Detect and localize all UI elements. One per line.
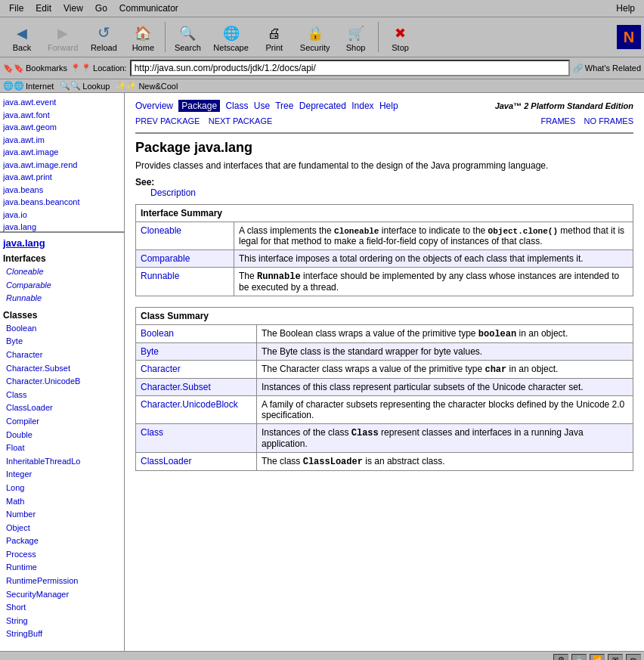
- sidebar-item-classloader[interactable]: ClassLoader: [3, 401, 121, 415]
- sidebar-item-compiler[interactable]: Compiler: [3, 415, 121, 429]
- search-icon: [177, 22, 198, 43]
- status-indicator-4: ✉: [608, 654, 623, 661]
- bookmarks-label[interactable]: 🔖 Bookmarks: [3, 64, 67, 73]
- class-character-link[interactable]: Character: [141, 364, 181, 374]
- sidebar-link-awt-image[interactable]: java.awt.image: [3, 146, 121, 159]
- netscape-button[interactable]: Netscape: [208, 20, 253, 54]
- nav-index[interactable]: Index: [351, 101, 373, 111]
- back-button[interactable]: Back: [3, 20, 41, 54]
- sidebar-item-class[interactable]: Class: [3, 389, 121, 402]
- sidebar-item-runtime[interactable]: Runtime: [3, 561, 121, 575]
- shop-button[interactable]: Shop: [337, 20, 375, 54]
- security-button[interactable]: Security: [295, 20, 336, 54]
- toolbar-separator-2: [378, 22, 379, 52]
- whats-related-button[interactable]: 🔗 What's Related: [573, 64, 641, 73]
- menu-go[interactable]: Go: [89, 2, 113, 15]
- class-classloader-link[interactable]: ClassLoader: [141, 456, 191, 466]
- sidebar-item-byte[interactable]: Byte: [3, 335, 121, 349]
- sidebar-item-securitymanager[interactable]: SecurityManager: [3, 588, 121, 602]
- sidebar-link-lang[interactable]: java.lang: [3, 221, 121, 233]
- sidebar: java.awt.event java.awt.font java.awt.ge…: [0, 93, 125, 651]
- nav-overview[interactable]: Overview: [135, 101, 173, 111]
- content-brand: Java™ 2 Platform Standard Edition: [495, 101, 633, 110]
- netscape-icon: [221, 22, 242, 43]
- description-link[interactable]: Description: [150, 187, 633, 198]
- sidebar-item-float[interactable]: Float: [3, 442, 121, 455]
- sidebar-item-inheritablethreadlo[interactable]: InheritableThreadLo: [3, 455, 121, 469]
- sidebar-item-character-unicodeb[interactable]: Character.UnicodeB: [3, 375, 121, 389]
- nav-prev-package[interactable]: PREV PACKAGE: [135, 116, 200, 125]
- status-indicator-2: 🔒: [571, 654, 587, 661]
- sidebar-item-boolean[interactable]: Boolean: [3, 322, 121, 336]
- sidebar-item-integer[interactable]: Integer: [3, 468, 121, 482]
- stop-button[interactable]: Stop: [382, 20, 420, 54]
- menu-view[interactable]: View: [57, 2, 89, 15]
- nav-use[interactable]: Use: [254, 101, 270, 111]
- sidebar-item-stringbuff[interactable]: StringBuff: [3, 627, 121, 641]
- sidebar-item-process[interactable]: Process: [3, 548, 121, 562]
- sidebar-item-short[interactable]: Short: [3, 601, 121, 615]
- nav-next-package[interactable]: NEXT PACKAGE: [209, 116, 273, 125]
- sidebar-link-io[interactable]: java.io: [3, 209, 121, 222]
- print-button[interactable]: Print: [255, 20, 293, 54]
- sidebar-item-character[interactable]: Character: [3, 349, 121, 362]
- netscape-label: Netscape: [213, 43, 248, 52]
- sidebar-item-object[interactable]: Object: [3, 522, 121, 535]
- forward-icon: [52, 22, 73, 43]
- status-indicator-5: ✏: [626, 654, 641, 661]
- sidebar-item-comparable[interactable]: Comparable: [3, 279, 121, 293]
- sidebar-link-beans[interactable]: java.beans: [3, 184, 121, 197]
- sidebar-link-beans-beancont[interactable]: java.beans.beancont: [3, 196, 121, 209]
- personal-lookup[interactable]: 🔍 Lookup: [60, 81, 110, 91]
- search-button[interactable]: Search: [169, 20, 206, 54]
- class-character-unicodeblock-link[interactable]: Character.UnicodeBlock: [141, 399, 238, 410]
- interface-cloneable-link[interactable]: Cloneable: [141, 225, 181, 236]
- sidebar-link-awt-event[interactable]: java.awt.event: [3, 96, 121, 109]
- nav-deprecated[interactable]: Deprecated: [299, 101, 346, 111]
- sidebar-item-cloneable[interactable]: Cloneable: [3, 265, 121, 279]
- home-button[interactable]: Home: [124, 20, 162, 54]
- sidebar-item-character-subset[interactable]: Character.Subset: [3, 362, 121, 376]
- menu-communicator[interactable]: Communicator: [113, 2, 184, 15]
- menu-file[interactable]: File: [3, 2, 29, 15]
- menu-help[interactable]: Help: [610, 2, 641, 15]
- sidebar-package-title[interactable]: java.lang: [3, 237, 121, 249]
- class-boolean-link[interactable]: Boolean: [141, 328, 174, 339]
- nav-help[interactable]: Help: [379, 101, 398, 111]
- sidebar-item-math[interactable]: Math: [3, 495, 121, 509]
- interface-comparable-link[interactable]: Comparable: [141, 253, 190, 264]
- location-input[interactable]: [130, 60, 570, 76]
- class-character-subset-link[interactable]: Character.Subset: [141, 382, 211, 392]
- sidebar-link-awt-im[interactable]: java.awt.im: [3, 134, 121, 147]
- class-summary-header: Class Summary: [136, 308, 633, 325]
- nav-class[interactable]: Class: [225, 101, 248, 111]
- nav-no-frames[interactable]: NO FRAMES: [584, 116, 633, 125]
- personal-internet[interactable]: 🌐 Internet: [3, 81, 54, 91]
- sidebar-item-string[interactable]: String: [3, 615, 121, 628]
- sidebar-link-awt-font[interactable]: java.awt.font: [3, 109, 121, 122]
- reload-button[interactable]: Reload: [85, 20, 122, 54]
- class-class-link[interactable]: Class: [141, 427, 163, 438]
- content-nav-row2: PREV PACKAGE NEXT PACKAGE FRAMES NO FRAM…: [135, 116, 633, 126]
- sidebar-classes-title: Classes: [3, 310, 121, 321]
- class-character-unicodeblock-desc: A family of character subsets representi…: [257, 396, 633, 424]
- sidebar-link-awt-print[interactable]: java.awt.print: [3, 171, 121, 184]
- personal-newcool[interactable]: ✨ New&Cool: [116, 81, 178, 91]
- bookmark-icon: 🔖: [3, 64, 24, 73]
- sidebar-link-awt-geom[interactable]: java.awt.geom: [3, 121, 121, 134]
- sidebar-item-long[interactable]: Long: [3, 482, 121, 495]
- menu-edit[interactable]: Edit: [29, 2, 57, 15]
- interface-runnable-link[interactable]: Runnable: [141, 271, 179, 281]
- forward-button[interactable]: Forward: [42, 20, 83, 54]
- sidebar-item-package[interactable]: Package: [3, 535, 121, 548]
- print-icon: [264, 22, 285, 43]
- sidebar-link-awt-image-rend[interactable]: java.awt.image.rend: [3, 159, 121, 172]
- sidebar-item-double[interactable]: Double: [3, 429, 121, 442]
- sidebar-item-number[interactable]: Number: [3, 508, 121, 522]
- class-byte-link[interactable]: Byte: [141, 346, 159, 357]
- sidebar-item-runnable[interactable]: Runnable: [3, 292, 121, 305]
- sidebar-item-runtimepermission[interactable]: RuntimePermission: [3, 575, 121, 588]
- nav-tree[interactable]: Tree: [275, 101, 293, 111]
- nav-frames[interactable]: FRAMES: [540, 116, 575, 125]
- nav-package[interactable]: Package: [178, 100, 220, 112]
